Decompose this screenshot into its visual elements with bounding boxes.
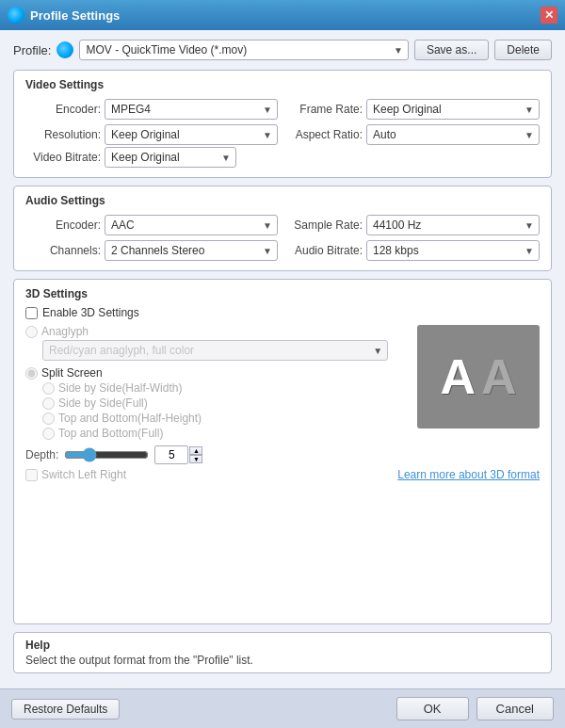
- ok-button[interactable]: OK: [396, 697, 469, 720]
- dialog-title: Profile Settings: [30, 8, 541, 23]
- help-text: Select the output format from the "Profi…: [25, 654, 540, 667]
- framerate-label: Frame Rate:: [287, 103, 363, 116]
- depth-value-input[interactable]: [154, 445, 188, 464]
- topbottom-half-label[interactable]: Top and Bottom(Half-Height): [58, 412, 202, 425]
- depth-down-button[interactable]: ▼: [189, 455, 202, 463]
- d3-left-panel: Anaglyph Red/cyan anaglyph, full color ▼…: [25, 325, 388, 481]
- samplerate-row: Sample Rate: 44100 Hz22050 Hz48000 Hz ▼: [287, 215, 540, 235]
- profile-label: Profile:: [13, 43, 51, 57]
- depth-value-wrap: ▲ ▼: [154, 445, 202, 464]
- d3-preview-letter-1: A: [440, 352, 476, 401]
- encoder-select[interactable]: MPEG4H.264H.265: [105, 99, 278, 120]
- sidebyside-full-row: Side by Side(Full): [42, 396, 388, 410]
- enable-3d-label[interactable]: Enable 3D Settings: [42, 306, 139, 319]
- sidebyside-half-row: Side by Side(Half-Width): [42, 381, 388, 395]
- title-bar: Profile Settings ✕: [0, 0, 565, 30]
- video-settings-title: Video Settings: [25, 78, 540, 91]
- help-title: Help: [25, 639, 540, 652]
- audio-encoder-row: Encoder: AACMP3AC3 ▼: [25, 215, 278, 235]
- restore-defaults-button[interactable]: Restore Defaults: [11, 699, 120, 720]
- resolution-label: Resolution:: [25, 128, 101, 141]
- anaglyph-label[interactable]: Anaglyph: [41, 325, 89, 338]
- learn-more-link[interactable]: Learn more about 3D format: [397, 468, 540, 481]
- topbottom-half-row: Top and Bottom(Half-Height): [42, 412, 388, 425]
- anaglyph-radio-row: Anaglyph: [25, 325, 388, 338]
- resolution-row: Resolution: Keep Original1920x10801280x7…: [25, 124, 278, 145]
- splitscreen-radio-row: Split Screen: [25, 366, 388, 380]
- sidebyside-full-radio[interactable]: [42, 397, 55, 410]
- anaglyph-section: Anaglyph Red/cyan anaglyph, full color ▼: [25, 325, 388, 361]
- anaglyph-select-wrap: Red/cyan anaglyph, full color ▼: [42, 340, 388, 361]
- encoder-label: Encoder:: [25, 103, 101, 116]
- audiobitrate-label: Audio Bitrate:: [287, 244, 363, 257]
- topbottom-full-label[interactable]: Top and Bottom(Full): [58, 427, 163, 440]
- aspectratio-row: Aspect Ratio: Auto4:316:9 ▼: [287, 124, 540, 145]
- switch-lr-label[interactable]: Switch Left Right: [41, 468, 126, 481]
- delete-button[interactable]: Delete: [494, 40, 552, 60]
- channels-row: Channels: 2 Channels Stereo1 Channel Mon…: [25, 240, 278, 261]
- videobitrate-row: Video Bitrate: Keep Original1000 kbps200…: [25, 147, 540, 168]
- switch-lr-checkbox[interactable]: [25, 469, 38, 481]
- anaglyph-radio[interactable]: [25, 326, 38, 338]
- framerate-select[interactable]: Keep Original2430: [366, 99, 540, 120]
- aspectratio-select[interactable]: Auto4:316:9: [366, 124, 540, 145]
- samplerate-label: Sample Rate:: [287, 218, 363, 232]
- audiobitrate-row: Audio Bitrate: 128 kbps192 kbps256 kbps …: [287, 240, 540, 261]
- help-section: Help Select the output format from the "…: [13, 632, 552, 673]
- depth-slider[interactable]: [64, 447, 149, 462]
- close-button[interactable]: ✕: [541, 7, 557, 24]
- framerate-row: Frame Rate: Keep Original2430 ▼: [287, 99, 540, 120]
- switch-lr-row: Switch Left Right: [25, 468, 388, 481]
- channels-label: Channels:: [25, 244, 101, 257]
- d3-preview-letters: A A: [440, 352, 516, 401]
- profile-select-wrap: MOV - QuickTime Video (*.mov) MP4 AVI ▼: [79, 40, 408, 60]
- profile-format-icon: [56, 41, 73, 58]
- encoder-row: Encoder: MPEG4H.264H.265 ▼: [25, 99, 278, 120]
- audio-settings-title: Audio Settings: [25, 194, 540, 207]
- footer: Restore Defaults OK Cancel: [0, 688, 565, 728]
- app-icon: [8, 7, 24, 24]
- profile-select[interactable]: MOV - QuickTime Video (*.mov) MP4 AVI: [79, 40, 408, 60]
- d3-preview: A A: [417, 325, 540, 429]
- enable-3d-row: Enable 3D Settings: [25, 306, 540, 319]
- topbottom-full-radio[interactable]: [42, 428, 55, 440]
- splitscreen-label[interactable]: Split Screen: [41, 366, 103, 380]
- cancel-button[interactable]: Cancel: [476, 697, 554, 720]
- d3-settings-section: 3D Settings Enable 3D Settings Anaglyph …: [13, 279, 552, 624]
- splitscreen-radio[interactable]: [25, 367, 38, 380]
- depth-label: Depth:: [25, 448, 58, 461]
- d3-content: Anaglyph Red/cyan anaglyph, full color ▼…: [25, 325, 540, 481]
- save-as-button[interactable]: Save as...: [414, 40, 489, 60]
- depth-spinner: ▲ ▼: [189, 446, 202, 463]
- samplerate-select[interactable]: 44100 Hz22050 Hz48000 Hz: [366, 215, 540, 235]
- audio-settings-section: Audio Settings Encoder: AACMP3AC3 ▼ Samp…: [13, 186, 552, 271]
- anaglyph-select[interactable]: Red/cyan anaglyph, full color: [42, 340, 388, 361]
- enable-3d-checkbox[interactable]: [25, 307, 38, 319]
- dialog-body: Profile: MOV - QuickTime Video (*.mov) M…: [0, 30, 565, 688]
- d3-preview-letter-2: A: [481, 352, 517, 401]
- topbottom-full-row: Top and Bottom(Full): [42, 427, 388, 440]
- profile-row: Profile: MOV - QuickTime Video (*.mov) M…: [13, 40, 552, 60]
- audiobitrate-select[interactable]: 128 kbps192 kbps256 kbps: [366, 240, 540, 261]
- d3-right-panel: A A Learn more about 3D format: [397, 325, 540, 481]
- sidebyside-full-label[interactable]: Side by Side(Full): [58, 396, 148, 410]
- video-settings-section: Video Settings Encoder: MPEG4H.264H.265 …: [13, 70, 552, 178]
- audio-encoder-label: Encoder:: [25, 218, 101, 232]
- videobitrate-label: Video Bitrate:: [25, 151, 101, 164]
- depth-row: Depth: ▲ ▼: [25, 445, 388, 464]
- d3-settings-title: 3D Settings: [25, 287, 540, 300]
- aspectratio-label: Aspect Ratio:: [287, 128, 363, 141]
- split-suboptions: Side by Side(Half-Width) Side by Side(Fu…: [42, 381, 388, 440]
- channels-select[interactable]: 2 Channels Stereo1 Channel Mono: [105, 240, 278, 261]
- resolution-select[interactable]: Keep Original1920x10801280x720: [105, 124, 278, 145]
- footer-right-buttons: OK Cancel: [396, 697, 554, 720]
- sidebyside-half-label[interactable]: Side by Side(Half-Width): [58, 381, 182, 395]
- topbottom-half-radio[interactable]: [42, 413, 55, 425]
- audio-encoder-select[interactable]: AACMP3AC3: [105, 215, 278, 235]
- videobitrate-select[interactable]: Keep Original1000 kbps2000 kbps: [105, 147, 236, 168]
- depth-up-button[interactable]: ▲: [189, 446, 202, 455]
- splitscreen-section: Split Screen Side by Side(Half-Width) Si…: [25, 366, 388, 440]
- sidebyside-half-radio[interactable]: [42, 382, 55, 395]
